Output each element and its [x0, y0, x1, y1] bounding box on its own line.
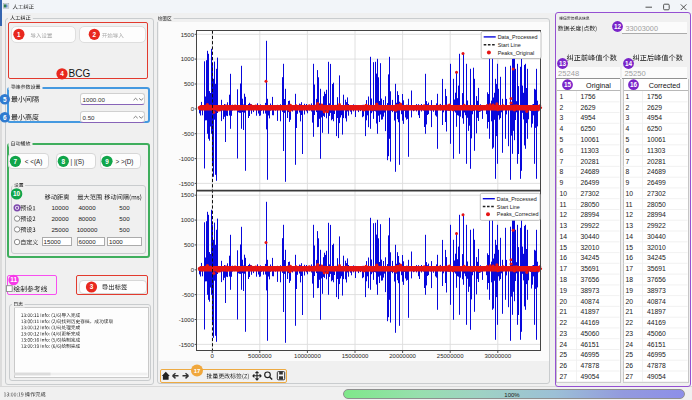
svg-text:26499: 26499	[581, 179, 600, 186]
svg-text:13: 13	[626, 222, 634, 229]
svg-text:23: 23	[626, 330, 634, 337]
svg-text:3: 3	[90, 283, 94, 290]
svg-text:9: 9	[626, 179, 630, 186]
svg-text:25250: 25250	[625, 69, 646, 78]
svg-text:20281: 20281	[647, 158, 666, 165]
svg-text:15: 15	[626, 244, 634, 251]
svg-text:41897: 41897	[647, 308, 666, 315]
svg-text:10061: 10061	[647, 136, 666, 143]
svg-text:9: 9	[105, 158, 109, 165]
svg-text:27302: 27302	[647, 190, 666, 197]
svg-text:1000.00: 1000.00	[83, 96, 106, 103]
svg-text:34245: 34245	[647, 254, 666, 261]
svg-text:45060: 45060	[647, 330, 666, 337]
svg-text:18: 18	[560, 276, 568, 283]
svg-text:2: 2	[93, 31, 97, 38]
svg-text:26: 26	[560, 362, 568, 369]
svg-text:13: 13	[560, 222, 568, 229]
svg-text:15: 15	[564, 81, 572, 88]
svg-text:BCG: BCG	[69, 68, 91, 79]
svg-text:16: 16	[560, 254, 568, 261]
svg-text:11303: 11303	[581, 147, 600, 154]
svg-text:6: 6	[560, 147, 564, 154]
svg-text:18: 18	[626, 276, 634, 283]
svg-text:26: 26	[626, 362, 634, 369]
svg-text:500: 500	[119, 215, 130, 222]
svg-text:1: 1	[626, 93, 630, 100]
svg-text:500: 500	[119, 226, 130, 233]
svg-text:6250: 6250	[581, 125, 596, 132]
svg-text:21: 21	[626, 308, 634, 315]
svg-text:25248: 25248	[558, 69, 579, 78]
svg-text:46151: 46151	[581, 341, 600, 348]
svg-text:21: 21	[560, 308, 568, 315]
svg-text:49054: 49054	[581, 373, 600, 380]
svg-text:24689: 24689	[581, 168, 600, 175]
svg-text:15000: 15000	[44, 238, 62, 245]
svg-text:16: 16	[626, 254, 634, 261]
svg-text:17: 17	[194, 368, 201, 374]
svg-text:5: 5	[3, 96, 7, 103]
svg-text:15: 15	[560, 244, 568, 251]
svg-text:10000: 10000	[51, 204, 69, 211]
svg-text:49054: 49054	[647, 373, 666, 380]
svg-text:9: 9	[560, 179, 564, 186]
svg-text:41897: 41897	[581, 308, 600, 315]
svg-text:33003000: 33003000	[626, 24, 658, 33]
svg-text:Original: Original	[586, 81, 611, 90]
svg-text:38973: 38973	[581, 287, 600, 294]
svg-text:11: 11	[10, 276, 17, 283]
svg-text:23: 23	[560, 330, 568, 337]
svg-text:14: 14	[625, 60, 633, 67]
svg-text:26499: 26499	[647, 179, 666, 186]
svg-text:20: 20	[560, 298, 568, 305]
svg-text:500: 500	[119, 204, 130, 211]
svg-text:25000: 25000	[51, 226, 69, 233]
svg-text:46995: 46995	[647, 351, 666, 358]
svg-text:1000: 1000	[109, 238, 123, 245]
svg-text:2: 2	[626, 104, 630, 111]
svg-text:6: 6	[626, 147, 630, 154]
svg-text:17: 17	[560, 265, 568, 272]
svg-text:3: 3	[560, 114, 564, 121]
svg-text:35691: 35691	[581, 265, 600, 272]
svg-text:22: 22	[626, 319, 634, 326]
svg-text:19: 19	[626, 287, 634, 294]
svg-text:10: 10	[626, 190, 634, 197]
svg-text:< <(A): < <(A)	[25, 158, 43, 166]
svg-text:29922: 29922	[647, 222, 666, 229]
svg-text:28994: 28994	[647, 211, 666, 218]
svg-text:4: 4	[60, 70, 64, 77]
svg-text:30440: 30440	[581, 233, 600, 240]
svg-text:> >(D): > >(D)	[115, 158, 133, 166]
svg-text:4954: 4954	[581, 114, 596, 121]
svg-text:4: 4	[626, 125, 630, 132]
svg-text:27302: 27302	[581, 190, 600, 197]
svg-text:100000: 100000	[77, 226, 98, 233]
svg-text:0.50: 0.50	[83, 114, 96, 121]
svg-text:46151: 46151	[647, 341, 666, 348]
svg-text:8: 8	[62, 158, 66, 165]
svg-text:45060: 45060	[581, 330, 600, 337]
svg-text:28050: 28050	[647, 201, 666, 208]
svg-text:44169: 44169	[581, 319, 600, 326]
svg-text:20000: 20000	[51, 215, 69, 222]
svg-text:19: 19	[560, 287, 568, 294]
svg-text:35691: 35691	[647, 265, 666, 272]
svg-text:6250: 6250	[647, 125, 662, 132]
svg-text:38973: 38973	[647, 287, 666, 294]
svg-text:8: 8	[626, 168, 630, 175]
svg-text:100%: 100%	[504, 392, 520, 398]
svg-text:40874: 40874	[581, 298, 600, 305]
svg-text:12: 12	[560, 211, 568, 218]
svg-text:10: 10	[13, 190, 21, 197]
svg-text:6: 6	[3, 114, 7, 121]
svg-text:25: 25	[626, 351, 634, 358]
svg-text:8: 8	[560, 168, 564, 175]
svg-text:1756: 1756	[581, 93, 596, 100]
svg-text:10: 10	[560, 190, 568, 197]
svg-text:34245: 34245	[581, 254, 600, 261]
svg-text:22: 22	[560, 319, 568, 326]
svg-text:5: 5	[626, 136, 630, 143]
svg-text:4: 4	[560, 125, 564, 132]
